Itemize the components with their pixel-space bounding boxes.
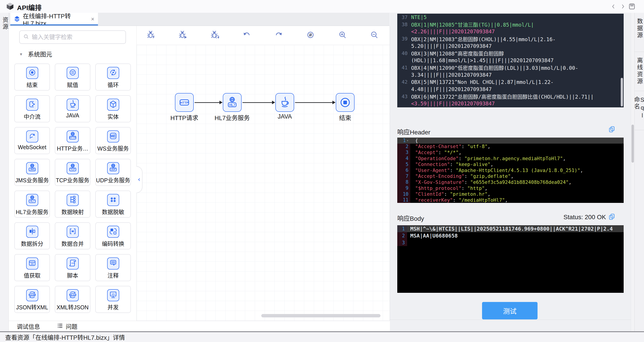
palette-item[interactable]: 数据合并: [55, 222, 90, 250]
line-number: 1: [397, 225, 407, 232]
line-text: OBX|3|NM|12088^高密度脂蛋白胆固醇: [411, 50, 504, 57]
debug-run-icon: [178, 30, 188, 41]
right-tab[interactable]: 离线资源: [634, 52, 644, 91]
palette-item[interactable]: UDP UDP业务服务: [95, 159, 131, 186]
palette-item[interactable]: 赋值: [55, 64, 90, 90]
top-bar: API编排: [0, 0, 644, 13]
code-line: 1 {: [397, 138, 624, 144]
tab-online-orchestration[interactable]: 在线编排-HTTP转HL7.bizx ×: [10, 13, 98, 26]
palette-search[interactable]: [19, 30, 126, 44]
palette-item[interactable]: 数据映射: [55, 190, 90, 218]
fold-caret-icon[interactable]: [407, 139, 408, 142]
json-to-xml-icon: Json-XML: [27, 290, 37, 300]
tab-close-icon[interactable]: ×: [91, 16, 94, 22]
palette-item-label: UDP业务服务: [96, 176, 130, 184]
code-line: 9 "$http_protocol": "http",: [397, 185, 624, 191]
response-header-label: 响应Header: [397, 127, 430, 136]
svg-text:(x): (x): [31, 262, 33, 265]
node-hl7-service[interactable]: HL7: [223, 93, 242, 112]
copy-icon[interactable]: [608, 125, 616, 134]
palette-item[interactable]: 结束: [14, 64, 50, 90]
data-mapping-icon: [68, 194, 78, 205]
chevron-right-icon[interactable]: [619, 3, 627, 10]
line-text: OBX|2|NM|12083^总胆固醇(CHOL)||4.55|mmol/L|2…: [411, 35, 556, 43]
encode-convert-icon: [108, 226, 118, 237]
palette-item[interactable]: </> 并发: [95, 286, 131, 313]
palette-item-label: 实体: [107, 112, 118, 120]
flow-canvas[interactable]: HTTP HL7 HTTP请求 HL7业务服务 JAVA 结束: [137, 26, 390, 321]
log-line: 39 OBX|2|NM|12083^总胆固醇(CHOL)||4.55|mmol/…: [397, 35, 624, 42]
palette-item[interactable]: 数据拆分: [14, 222, 50, 250]
log-line: 37 NTE|5: [397, 14, 624, 21]
globe-tag-icon: HTTP: [68, 131, 78, 142]
code-line: 2 MSA|AA|U6680658: [397, 232, 624, 239]
palette-item[interactable]: 循环: [95, 64, 131, 90]
palette-item[interactable]: HL7 HL7业务服务: [14, 190, 50, 218]
palette-item[interactable]: 数据脱敏: [95, 190, 131, 218]
response-header-editor[interactable]: 1 { 2 "Accept-Charset": "utf-8", 3 "Acce…: [397, 138, 624, 203]
palette-item[interactable]: 注释: [95, 254, 131, 281]
palette-item[interactable]: HTTP HTTP业务…: [55, 127, 90, 154]
line-text: 3.34||||F|||20201207093847: [411, 72, 492, 78]
code-line: 6 "User-Agent": "Apache-HttpClient/4.5.1…: [397, 167, 624, 173]
scrollbar-thumb[interactable]: [632, 124, 634, 162]
data-split-icon: [27, 226, 37, 237]
palette-item-label: JMS业务服务: [15, 176, 49, 184]
response-body-editor[interactable]: 1 MSH|^~\&|HTCIS||LIS||20250521181746.96…: [397, 225, 624, 293]
palette-item[interactable]: 中介流: [14, 95, 50, 122]
line-number: 40: [397, 50, 411, 56]
log-scrollbar[interactable]: [621, 78, 623, 106]
palette-item[interactable]: </> 脚本: [55, 254, 90, 281]
palette-item[interactable]: 编码转换: [95, 222, 131, 250]
copy-icon[interactable]: [608, 213, 616, 221]
right-tab[interactable]: 命名Sql: [634, 91, 644, 130]
right-tab[interactable]: 数据源: [634, 13, 644, 52]
problems-tab[interactable]: 问题: [57, 322, 78, 330]
palette-item[interactable]: (x) 值获取: [14, 254, 50, 281]
log-line: 38 OBX|1|NM|12085^甘油三酯(TG)||0.85|mmol/L|: [397, 21, 624, 28]
node-http-request[interactable]: HTTP: [175, 93, 194, 112]
debug-step-icon: [210, 30, 220, 41]
globe-tag-icon: JMS: [27, 163, 37, 174]
node-label: JAVA: [260, 113, 309, 120]
palette-item[interactable]: 实体: [95, 95, 131, 122]
canvas-hscrollbar[interactable]: [261, 314, 380, 318]
resources-rail-label[interactable]: 资源: [1, 17, 10, 30]
log-line: 42 OBX|5|NM|13721^Non HDL CHOL||2.87|mmo…: [397, 78, 624, 86]
hl7-message-log[interactable]: 37 NTE|5 38 OBX|1|NM|12085^甘油三酯(TG)||0.8…: [397, 14, 624, 107]
debug-info-tab[interactable]: 调试信息: [17, 322, 40, 330]
line-text: (HDL)||1.68|mmol/L|>1.45||||F|||20201207…: [411, 58, 554, 63]
line-number: 6: [397, 167, 410, 173]
svg-text:XML-Json: XML-Json: [69, 294, 76, 296]
line-number: 7: [397, 173, 410, 180]
line-number: 2: [397, 232, 407, 239]
right-panel-scrollbar[interactable]: [631, 13, 634, 332]
log-line: 41 OBX|4|NM|12090^低密度脂蛋白胆固醇(LDL)||3.03|m…: [397, 64, 624, 71]
palette-item[interactable]: TCP TCP业务服务: [55, 159, 90, 186]
line-number: 37: [397, 14, 411, 20]
canvas-grid[interactable]: [137, 45, 390, 321]
palette-item[interactable]: JMS JMS业务服务: [14, 159, 50, 186]
palette-item-label: WebSocket: [18, 144, 46, 150]
test-button[interactable]: 测试: [482, 302, 538, 320]
palette-item-label: WS业务服务: [97, 144, 128, 152]
line-text: <2.26||||F|||20201207093847: [411, 29, 495, 34]
palette-item[interactable]: JAVA: [55, 95, 90, 122]
script-icon: </>: [68, 258, 78, 269]
palette-item-label: 数据拆分: [21, 239, 43, 248]
node-java[interactable]: [275, 93, 294, 112]
palette-item[interactable]: XML-Json XML转JSON: [55, 286, 90, 313]
palette-item[interactable]: W WS业务服务: [95, 127, 131, 154]
palette-section-header[interactable]: 系统图元: [20, 50, 52, 58]
node-end[interactable]: [336, 93, 354, 112]
palette-item[interactable]: WebSocket: [14, 127, 50, 154]
canvas-toolbar: [137, 26, 390, 45]
palette-collapse-handle[interactable]: [136, 166, 142, 193]
search-input[interactable]: [31, 34, 126, 41]
svg-text:UDP: UDP: [110, 168, 116, 171]
save-icon[interactable]: [628, 3, 636, 10]
chevron-left-icon[interactable]: [610, 3, 618, 10]
palette-item[interactable]: Json-XML JSON转XML: [14, 286, 50, 313]
line-number: 39: [397, 36, 411, 42]
palette-item-label: JAVA: [66, 112, 79, 119]
